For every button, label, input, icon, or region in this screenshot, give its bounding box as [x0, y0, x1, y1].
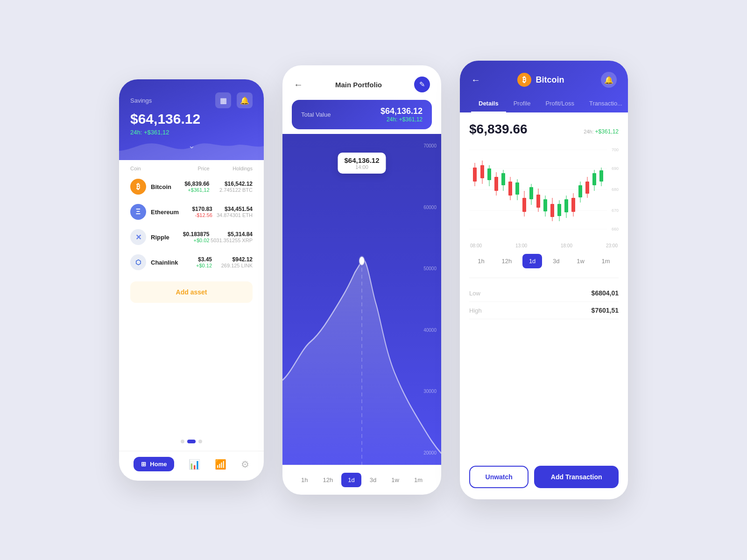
stats-nav-icon[interactable]: 📊 [189, 459, 200, 470]
svg-rect-41 [557, 204, 561, 216]
candlestick-chart: 7000 6900 6800 6700 6600 [469, 144, 619, 238]
table-header: Coin Price Holdings [119, 160, 264, 174]
phone-savings: Savings ▦ 🔔 $64,136.12 24h: +$361,12 ⌄ C… [119, 79, 264, 481]
svg-rect-27 [571, 198, 575, 212]
tab-profile[interactable]: Profile [506, 95, 538, 112]
portfolio-title: Main Portfolio [335, 81, 382, 89]
p3-time-1w[interactable]: 1w [570, 254, 591, 268]
p3-header-top: ← ₿ Bitcoin 🔔 [471, 72, 617, 88]
svg-rect-47 [592, 173, 596, 185]
price-xrp: $0.183875 +$0.02 [173, 231, 209, 243]
tooltip-amount: $64,136.12 [344, 156, 379, 164]
detail-tabs: Details Profile Profit/Loss Transactio..… [471, 95, 617, 112]
coin-name-xrp: Ripple [151, 234, 169, 241]
time-btn-12h[interactable]: 12h [317, 473, 340, 487]
add-asset-button[interactable]: Add asset [130, 281, 253, 303]
price-change-value: +$361,12 [595, 128, 619, 135]
price-link: $3.45 +$0.12 [178, 256, 212, 268]
chart-svg [282, 134, 441, 465]
col-coin: Coin [130, 166, 173, 171]
svg-rect-19 [508, 182, 512, 196]
time-btn-1w[interactable]: 1w [385, 473, 406, 487]
total-label: Total Value [301, 111, 331, 118]
p1-total: $64,136.12 [130, 111, 253, 127]
settings-nav-icon[interactable]: ⚙ [241, 459, 249, 470]
btc-logo: ₿ [130, 179, 146, 195]
p3-time-3d[interactable]: 3d [546, 254, 566, 268]
p3-time-12h[interactable]: 12h [495, 254, 519, 268]
total-change: 24h: +$361,12 [381, 116, 423, 123]
add-transaction-button[interactable]: Add Transaction [534, 466, 619, 488]
portfolio-chart: 70000 60000 50000 40000 30000 20000 [282, 134, 441, 465]
svg-rect-25 [550, 204, 554, 217]
time-btn-1m[interactable]: 1m [408, 473, 429, 487]
bottom-nav: ⊞ Home 📊 📶 ⚙ [119, 451, 264, 481]
edit-button[interactable]: ✎ [414, 77, 430, 92]
xrp-logo: ✕ [130, 229, 146, 245]
svg-rect-43 [564, 199, 568, 212]
chart-tooltip: $64,136.12 14:00 [338, 153, 386, 174]
svg-rect-21 [522, 198, 526, 212]
time-btn-1d[interactable]: 1d [341, 473, 361, 487]
svg-text:7000: 7000 [612, 147, 619, 152]
p3-time-1m[interactable]: 1m [595, 254, 617, 268]
coin-info-link: ⬡ Chainlink [130, 254, 178, 270]
low-label: Low [469, 290, 480, 297]
home-nav-button[interactable]: ⊞ Home [134, 457, 174, 471]
time-btn-3d[interactable]: 3d [363, 473, 383, 487]
phone-bitcoin-detail: ← ₿ Bitcoin 🔔 Details Profile Profit/Los… [460, 61, 628, 499]
holdings-btc: $16,542.12 2.745122 BTC [210, 181, 253, 193]
chart-icon[interactable]: ▦ [215, 92, 231, 108]
time-range-selector: 1h 12h 1d 3d 1w 1m [282, 465, 441, 495]
table-row[interactable]: Ξ Ethereum $170.83 -$12.56 $34,451.54 34… [119, 199, 264, 224]
coin-name-eth: Ethereum [151, 209, 179, 216]
dot-1 [181, 440, 184, 443]
svg-rect-13 [473, 168, 477, 182]
price-section: $6,839.66 24h: +$361,12 [469, 122, 619, 137]
notification-bell[interactable]: 🔔 [601, 72, 617, 88]
p3-header: ← ₿ Bitcoin 🔔 Details Profile Profit/Los… [460, 61, 628, 112]
svg-text:6800: 6800 [612, 187, 619, 192]
svg-rect-23 [536, 195, 540, 208]
unwatch-button[interactable]: Unwatch [469, 466, 529, 488]
back-button[interactable]: ← [471, 75, 480, 85]
coin-title: ₿ Bitcoin [517, 73, 564, 87]
stat-high: High $7601,51 [469, 302, 619, 319]
wifi-nav-icon[interactable]: 📶 [215, 459, 226, 470]
table-row[interactable]: ✕ Ripple $0.183875 +$0.02 $5,314.84 5031… [119, 224, 264, 250]
savings-label: Savings [130, 97, 152, 104]
bell-icon[interactable]: 🔔 [237, 92, 253, 108]
p3-time-1h[interactable]: 1h [471, 254, 491, 268]
phone-portfolio: ← Main Portfolio ✎ Total Value $64,136.1… [282, 65, 441, 495]
back-button[interactable]: ← [294, 79, 303, 90]
time-btn-1h[interactable]: 1h [295, 473, 314, 487]
edit-icon: ✎ [419, 80, 425, 89]
tooltip-time: 14:00 [344, 164, 379, 170]
tab-details[interactable]: Details [471, 95, 506, 112]
coin-info-eth: Ξ Ethereum [130, 204, 179, 220]
coin-name-btc: Bitcoin [151, 183, 171, 190]
p2-header: ← Main Portfolio ✎ [282, 65, 441, 100]
holdings-link: $942.12 269.125 LINK [212, 256, 253, 268]
dot-3 [198, 440, 202, 443]
col-price: Price [173, 166, 209, 171]
svg-point-1 [359, 256, 365, 266]
x-label-1800: 18:00 [561, 243, 572, 248]
svg-rect-31 [487, 168, 491, 180]
holdings-xrp: $5,314.84 5031.351255 XRP [210, 231, 253, 243]
price-btc: $6,839.66 +$361,12 [173, 181, 209, 193]
svg-rect-35 [515, 182, 519, 195]
tab-transactions[interactable]: Transactio... [582, 95, 628, 112]
table-row[interactable]: ₿ Bitcoin $6,839.66 +$361,12 $16,542.12 … [119, 174, 264, 199]
coin-info-btc: ₿ Bitcoin [130, 179, 173, 195]
svg-rect-15 [480, 165, 484, 178]
x-axis-labels: 08:00 13:00 18:00 23:00 [469, 243, 619, 248]
svg-rect-49 [599, 170, 603, 182]
low-value: $6804,01 [592, 289, 619, 297]
link-logo: ⬡ [130, 254, 146, 270]
svg-text:6900: 6900 [612, 166, 619, 171]
tab-profit-loss[interactable]: Profit/Loss [538, 95, 582, 112]
high-value: $7601,51 [592, 307, 619, 314]
p3-time-1d[interactable]: 1d [522, 254, 542, 268]
table-row[interactable]: ⬡ Chainlink $3.45 +$0.12 $942.12 269.125… [119, 250, 264, 275]
